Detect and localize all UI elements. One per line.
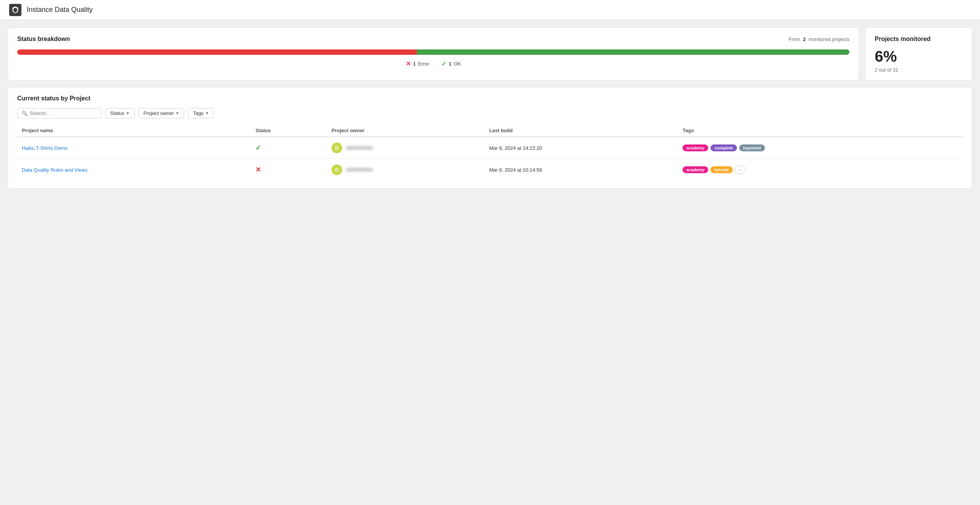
- top-row: Status breakdown From 2 monitored projec…: [8, 28, 972, 81]
- last-build-cell: Mar 6, 2024 at 14:22:20: [485, 137, 678, 159]
- owner-wrapper: D: [332, 164, 480, 175]
- project-name-cell: Data Quality Rules and Views: [17, 159, 251, 181]
- owner-name: [346, 168, 373, 172]
- error-icon: ✕: [406, 60, 411, 67]
- status-cell: ✓: [251, 137, 327, 159]
- tag-tutorial[interactable]: tutorial: [710, 166, 732, 173]
- project-link-haiku[interactable]: Haiku T-Shirts Demo: [22, 145, 68, 151]
- filters-row: 🔍 Status ▼ Project owner ▼ Tags ▼: [17, 108, 963, 118]
- chevron-down-icon: ▼: [205, 111, 209, 115]
- col-last-build: Last build: [485, 125, 678, 137]
- status-error-icon: ✕: [255, 166, 261, 174]
- table-header: Project name Status Project owner Last b…: [17, 125, 963, 137]
- table-body: Haiku T-Shirts Demo ✓ D Mar 6, 2024 at 1…: [17, 137, 963, 180]
- search-wrapper[interactable]: 🔍: [17, 108, 101, 118]
- out-of-text: 2 out of 31: [875, 67, 963, 73]
- table-row: Data Quality Rules and Views ✕ D Mar 6, …: [17, 159, 963, 181]
- tag-academy[interactable]: academy: [683, 166, 708, 173]
- owner-cell: D: [327, 159, 485, 181]
- percentage-value: 6%: [875, 48, 963, 65]
- chevron-down-icon: ▼: [175, 111, 179, 115]
- status-breakdown-title: Status breakdown: [17, 36, 70, 43]
- status-ok-icon: ✓: [255, 144, 261, 152]
- col-status: Status: [251, 125, 327, 137]
- tags-cell: academy complete imported: [678, 137, 963, 159]
- projects-monitored-card: Projects monitored 6% 2 out of 31: [865, 28, 972, 81]
- avatar: D: [332, 143, 342, 153]
- status-breakdown-card: Status breakdown From 2 monitored projec…: [8, 28, 859, 81]
- table-row: Haiku T-Shirts Demo ✓ D Mar 6, 2024 at 1…: [17, 137, 963, 159]
- last-build-cell: Mar 6, 2024 at 10:14:59: [485, 159, 678, 181]
- current-status-title: Current status by Project: [17, 95, 963, 102]
- status-filter-button[interactable]: Status ▼: [105, 108, 135, 118]
- tag-imported[interactable]: imported: [739, 144, 765, 151]
- status-legend: ✕ 1 Error ✓ 1 OK: [17, 60, 849, 67]
- ok-icon: ✓: [441, 60, 446, 67]
- tag-more-button[interactable]: ···: [735, 166, 746, 174]
- owner-cell: D: [327, 137, 485, 159]
- col-tags: Tags: [678, 125, 963, 137]
- progress-bar-green: [417, 49, 849, 55]
- status-breakdown-header: Status breakdown From 2 monitored projec…: [17, 36, 849, 43]
- tags-filter-button[interactable]: Tags ▼: [188, 108, 214, 118]
- project-owner-filter-button[interactable]: Project owner ▼: [139, 108, 184, 118]
- main-content: Status breakdown From 2 monitored projec…: [0, 20, 980, 196]
- page-title: Instance Data Quality: [27, 6, 93, 14]
- projects-table: Project name Status Project owner Last b…: [17, 125, 963, 180]
- current-status-card: Current status by Project 🔍 Status ▼ Pro…: [8, 87, 972, 189]
- legend-ok: ✓ 1 OK: [441, 60, 461, 67]
- search-input[interactable]: [30, 110, 97, 116]
- progress-bar: [17, 49, 849, 55]
- tag-academy[interactable]: academy: [683, 144, 708, 151]
- avatar: D: [332, 164, 342, 175]
- project-name-cell: Haiku T-Shirts Demo: [17, 137, 251, 159]
- app-logo: [9, 4, 21, 16]
- col-project-name: Project name: [17, 125, 251, 137]
- tags-wrapper: academy complete imported: [683, 144, 958, 151]
- owner-wrapper: D: [332, 143, 480, 153]
- shield-icon: [11, 6, 19, 14]
- search-icon: 🔍: [21, 110, 28, 116]
- app-header: Instance Data Quality: [0, 0, 980, 20]
- monitored-info: From 2 monitored projects: [789, 36, 849, 42]
- progress-bar-red: [17, 49, 417, 55]
- legend-error: ✕ 1 Error: [406, 60, 429, 67]
- owner-name: [346, 146, 373, 150]
- tags-cell: academy tutorial ···: [678, 159, 963, 181]
- chevron-down-icon: ▼: [126, 111, 130, 115]
- status-cell: ✕: [251, 159, 327, 181]
- projects-monitored-title: Projects monitored: [875, 36, 963, 43]
- project-link-data-quality[interactable]: Data Quality Rules and Views: [22, 167, 88, 173]
- col-project-owner: Project owner: [327, 125, 485, 137]
- tag-complete[interactable]: complete: [710, 144, 737, 151]
- tags-wrapper: academy tutorial ···: [683, 166, 958, 174]
